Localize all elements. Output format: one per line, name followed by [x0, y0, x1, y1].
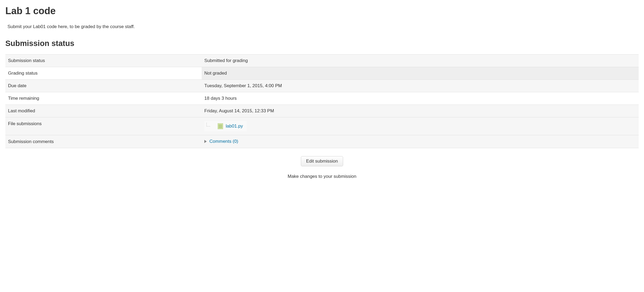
value-grading-status: Not graded: [202, 67, 639, 80]
label-file-submissions: File submissions: [5, 117, 202, 135]
row-last-modified: Last modified Friday, August 14, 2015, 1…: [5, 105, 639, 117]
comments-link-text: Comments (0): [209, 139, 238, 144]
row-submission-comments: Submission comments Comments (0): [5, 135, 639, 148]
file-item: lab01.py: [204, 121, 247, 131]
label-submission-comments: Submission comments: [5, 135, 202, 148]
action-button-row: Edit submission: [5, 156, 639, 166]
value-submission-comments: Comments (0): [202, 135, 639, 148]
value-file-submissions: lab01.py: [202, 117, 639, 135]
label-due-date: Due date: [5, 80, 202, 92]
comments-toggle[interactable]: Comments (0): [204, 139, 238, 144]
label-last-modified: Last modified: [5, 105, 202, 117]
row-submission-status: Submission status Submitted for grading: [5, 55, 639, 67]
row-time-remaining: Time remaining 18 days 3 hours: [5, 92, 639, 105]
value-last-modified: Friday, August 14, 2015, 12:33 PM: [202, 105, 639, 117]
label-submission-status: Submission status: [5, 55, 202, 67]
value-due-date: Tuesday, September 1, 2015, 4:00 PM: [202, 80, 639, 92]
value-time-remaining: 18 days 3 hours: [202, 92, 639, 105]
page-title: Lab 1 code: [5, 5, 639, 17]
file-link[interactable]: lab01.py: [226, 124, 243, 129]
page-description: Submit your Lab01 code here, to be grade…: [7, 24, 639, 29]
disclosure-right-icon: [204, 140, 207, 143]
label-time-remaining: Time remaining: [5, 92, 202, 105]
label-grading-status: Grading status: [5, 67, 202, 80]
edit-submission-button[interactable]: Edit submission: [301, 156, 343, 166]
value-submission-status: Submitted for grading: [202, 55, 639, 67]
file-icon: [218, 123, 223, 129]
edit-submission-hint: Make changes to your submission: [5, 174, 639, 179]
submission-status-table: Submission status Submitted for grading …: [5, 54, 639, 148]
tree-indicator-icon: [206, 123, 210, 126]
row-grading-status: Grading status Not graded: [5, 67, 639, 80]
section-title-submission-status: Submission status: [5, 39, 639, 48]
row-file-submissions: File submissions lab01.py: [5, 117, 639, 135]
row-due-date: Due date Tuesday, September 1, 2015, 4:0…: [5, 80, 639, 92]
